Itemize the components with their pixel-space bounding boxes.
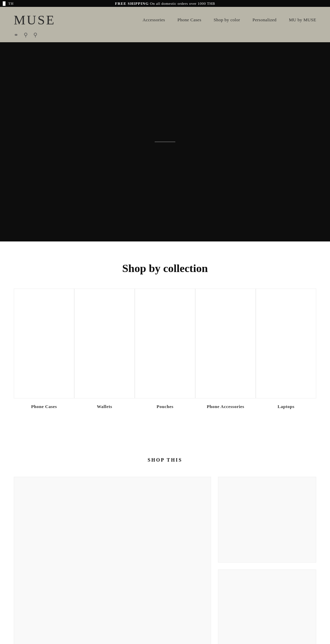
shop-this-content-1 <box>14 477 316 644</box>
shop-collection-title: Shop by collection <box>14 262 316 275</box>
account-icon[interactable]: ⚭ <box>14 32 18 38</box>
lang-button-th[interactable]: TH <box>7 1 15 6</box>
collection-item-phone-cases[interactable]: Phone Cases <box>14 289 74 423</box>
header-icons: ⚭ ⚲ ⚲ <box>14 30 316 42</box>
collection-image-phone-cases <box>14 289 74 398</box>
nav-mu-by-muse[interactable]: MU by MUSE <box>289 17 316 23</box>
site-logo[interactable]: MUSE <box>14 12 56 27</box>
shop-this-side-1 <box>218 477 316 644</box>
collection-label-phone-accessories: Phone Accessories <box>207 404 244 409</box>
shop-this-side-item-1a <box>218 477 316 563</box>
collection-image-wallets <box>74 289 135 398</box>
lang-switch[interactable]: TH <box>0 1 15 6</box>
lang-button-active[interactable] <box>3 1 6 6</box>
header-top: MUSE Accessories Phone Cases Shop by col… <box>14 7 316 30</box>
collection-item-phone-accessories[interactable]: Phone Accessories <box>195 289 256 423</box>
collection-item-pouches[interactable]: Pouches <box>135 289 195 423</box>
collection-image-pouches <box>135 289 195 398</box>
collection-label-laptops: Laptops <box>277 404 294 409</box>
shop-this-side-item-1b <box>218 569 316 644</box>
collection-image-phone-accessories <box>195 289 256 398</box>
search-icon[interactable]: ⚲ <box>24 32 28 38</box>
nav-shop-by-color[interactable]: Shop by color <box>214 17 240 23</box>
collection-item-wallets[interactable]: Wallets <box>74 289 135 423</box>
collection-label-wallets: Wallets <box>97 404 112 409</box>
hero-divider <box>155 142 175 142</box>
site-header: MUSE Accessories Phone Cases Shop by col… <box>0 7 330 42</box>
shop-by-collection-section: Shop by collection Phone Cases Wallets P… <box>0 241 330 437</box>
free-shipping-detail: On all domestic orders over 1000 THB <box>150 1 215 5</box>
announcement-bar: TH FREE SHIPPING On all domestic orders … <box>0 0 330 7</box>
hero-section <box>0 42 330 241</box>
collection-label-pouches: Pouches <box>157 404 174 409</box>
nav-phone-cases[interactable]: Phone Cases <box>177 17 201 23</box>
cart-icon[interactable]: ⚲ <box>33 32 37 38</box>
free-shipping-bold: FREE SHIPPING <box>115 1 148 5</box>
shop-this-section-1: SHOP THIS <box>0 437 330 644</box>
shop-this-title-1: SHOP THIS <box>14 457 316 463</box>
collection-grid: Phone Cases Wallets Pouches Phone Access… <box>14 289 316 423</box>
collection-image-laptops <box>256 289 316 398</box>
collection-item-laptops[interactable]: Laptops <box>256 289 316 423</box>
shop-this-main-image-1 <box>14 477 211 644</box>
free-shipping-text: FREE SHIPPING On all domestic orders ove… <box>115 1 215 5</box>
main-nav: Accessories Phone Cases Shop by color Pe… <box>143 17 316 23</box>
nav-personalized[interactable]: Personalized <box>252 17 276 23</box>
nav-accessories[interactable]: Accessories <box>143 17 165 23</box>
collection-label-phone-cases: Phone Cases <box>31 404 57 409</box>
